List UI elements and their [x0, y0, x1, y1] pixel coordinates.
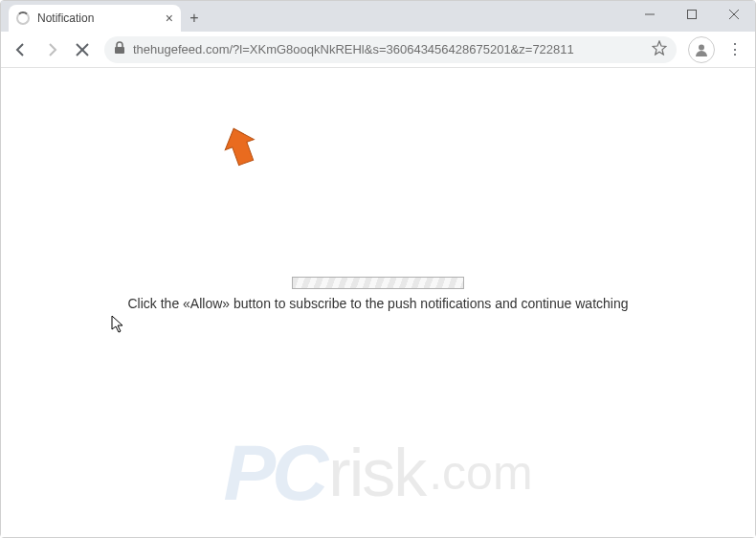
stop-reload-button[interactable] [68, 35, 97, 64]
progress-bar [292, 277, 464, 289]
menu-button[interactable]: ⋮ [721, 35, 749, 64]
titlebar: Notification × + [1, 1, 755, 32]
address-bar[interactable]: thehugefeed.com/?l=XKmG8ooqkNkREHl&s=360… [104, 36, 677, 63]
cursor-icon [111, 315, 124, 338]
watermark: PC risk .com [223, 428, 532, 518]
profile-button[interactable] [688, 36, 715, 63]
back-button[interactable] [7, 35, 35, 64]
forward-button[interactable] [37, 35, 66, 64]
browser-tab[interactable]: Notification × [9, 5, 181, 32]
notification-message: Click the «Allow» button to subscribe to… [1, 296, 755, 311]
svg-point-7 [699, 44, 704, 50]
watermark-pc: PC [223, 428, 324, 518]
svg-rect-6 [115, 47, 124, 54]
minimize-button[interactable] [629, 1, 671, 28]
new-tab-button[interactable]: + [181, 5, 208, 32]
watermark-com: .com [429, 445, 532, 501]
toolbar: thehugefeed.com/?l=XKmG8ooqkNkREHl&s=360… [1, 32, 755, 68]
page-content: Click the «Allow» button to subscribe to… [1, 68, 755, 537]
tab-title: Notification [37, 11, 158, 25]
svg-rect-1 [688, 11, 697, 19]
lock-icon [114, 41, 125, 57]
bookmark-star-icon[interactable] [652, 40, 667, 58]
loading-spinner-icon [16, 11, 30, 25]
annotation-arrow-icon [219, 125, 261, 171]
close-tab-icon[interactable]: × [166, 11, 173, 26]
browser-window: Notification × + [0, 0, 756, 538]
url-text: thehugefeed.com/?l=XKmG8ooqkNkREHl&s=360… [133, 42, 644, 56]
window-controls [629, 1, 755, 28]
watermark-risk: risk [328, 435, 425, 511]
close-window-button[interactable] [713, 1, 755, 28]
maximize-button[interactable] [671, 1, 713, 28]
